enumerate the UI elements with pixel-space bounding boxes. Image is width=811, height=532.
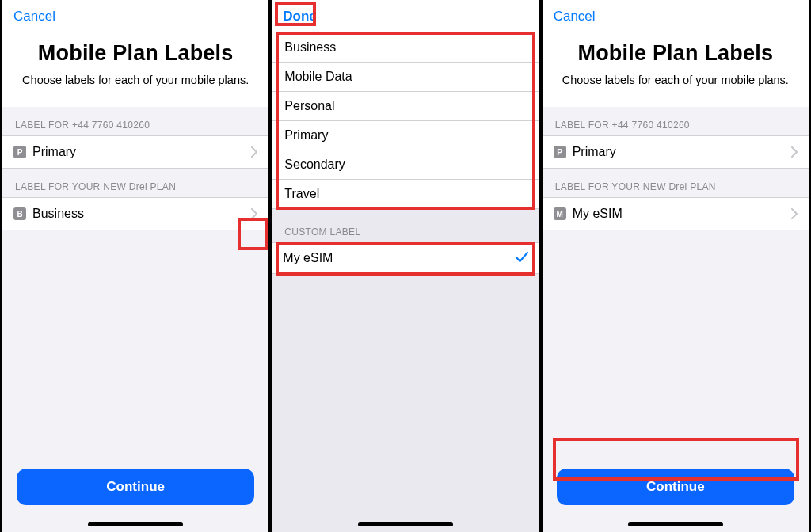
- spacer: [2, 230, 268, 469]
- label-option-text: Personal: [284, 99, 527, 113]
- label-option-text: Mobile Data: [284, 70, 527, 84]
- navbar: Cancel: [543, 0, 809, 33]
- home-indicator: [88, 522, 183, 526]
- label-option[interactable]: Personal: [272, 92, 539, 121]
- checkmark-icon: [516, 250, 528, 267]
- navbar: Done: [272, 0, 539, 33]
- home-indicator: [628, 522, 723, 526]
- done-button[interactable]: Done: [283, 9, 317, 25]
- plan-row-primary[interactable]: P Primary: [2, 135, 268, 169]
- label-option[interactable]: Business: [272, 33, 539, 63]
- label-option-text: Primary: [284, 128, 527, 142]
- hero: Mobile Plan Labels Choose labels for eac…: [543, 33, 809, 107]
- label-option-text: Secondary: [284, 158, 527, 172]
- label-option-text: Travel: [284, 187, 527, 201]
- plan-label: My eSIM: [573, 207, 785, 221]
- plan-label: Primary: [573, 145, 785, 159]
- home-indicator: [358, 522, 453, 526]
- plan-badge-icon: P: [554, 146, 566, 158]
- continue-button[interactable]: Continue: [557, 469, 794, 505]
- cancel-button[interactable]: Cancel: [13, 9, 55, 25]
- chevron-right-icon: [251, 208, 257, 219]
- custom-label-row[interactable]: My eSIM: [272, 242, 539, 274]
- page-title: Mobile Plan Labels: [17, 41, 254, 66]
- section-caption-1: LABEL FOR +44 7760 410260: [543, 107, 809, 135]
- custom-label-value: My eSIM: [283, 251, 508, 265]
- screen-3: Cancel Mobile Plan Labels Choose labels …: [541, 0, 811, 532]
- label-options-list: Business Mobile Data Personal Primary Se…: [272, 33, 539, 209]
- page-subtitle: Choose labels for each of your mobile pl…: [557, 74, 794, 86]
- chevron-right-icon: [791, 146, 798, 158]
- plan-badge-icon: P: [13, 146, 26, 158]
- plan-label: Business: [32, 207, 245, 221]
- chevron-right-icon: [251, 146, 257, 158]
- spacer: [543, 230, 809, 469]
- section-caption-1: LABEL FOR +44 7760 410260: [2, 107, 268, 135]
- label-option[interactable]: Primary: [272, 121, 539, 150]
- screen-1: Cancel Mobile Plan Labels Choose labels …: [0, 0, 270, 532]
- plan-row-business[interactable]: B Business: [2, 197, 268, 230]
- continue-button[interactable]: Continue: [17, 469, 254, 505]
- plan-label: Primary: [32, 145, 245, 159]
- label-option[interactable]: Travel: [272, 180, 539, 209]
- hero: Mobile Plan Labels Choose labels for eac…: [2, 33, 268, 107]
- section-caption-2: LABEL FOR YOUR NEW Drei PLAN: [2, 169, 268, 197]
- label-option[interactable]: Secondary: [272, 150, 539, 180]
- section-caption-2: LABEL FOR YOUR NEW Drei PLAN: [543, 169, 809, 197]
- label-option-text: Business: [284, 40, 527, 55]
- cancel-button[interactable]: Cancel: [554, 9, 596, 25]
- plan-badge-icon: M: [554, 207, 566, 220]
- plan-badge-icon: B: [13, 207, 26, 220]
- page-title: Mobile Plan Labels: [557, 41, 794, 66]
- page-subtitle: Choose labels for each of your mobile pl…: [17, 74, 254, 86]
- label-option[interactable]: Mobile Data: [272, 63, 539, 92]
- custom-label-caption: CUSTOM LABEL: [272, 209, 539, 242]
- plan-row-myesim[interactable]: M My eSIM: [543, 197, 809, 230]
- navbar: Cancel: [2, 0, 268, 33]
- spacer: [272, 274, 539, 532]
- chevron-right-icon: [791, 208, 798, 219]
- screen-2: Done Business Mobile Data Personal Prima…: [270, 0, 540, 532]
- plan-row-primary[interactable]: P Primary: [543, 135, 809, 169]
